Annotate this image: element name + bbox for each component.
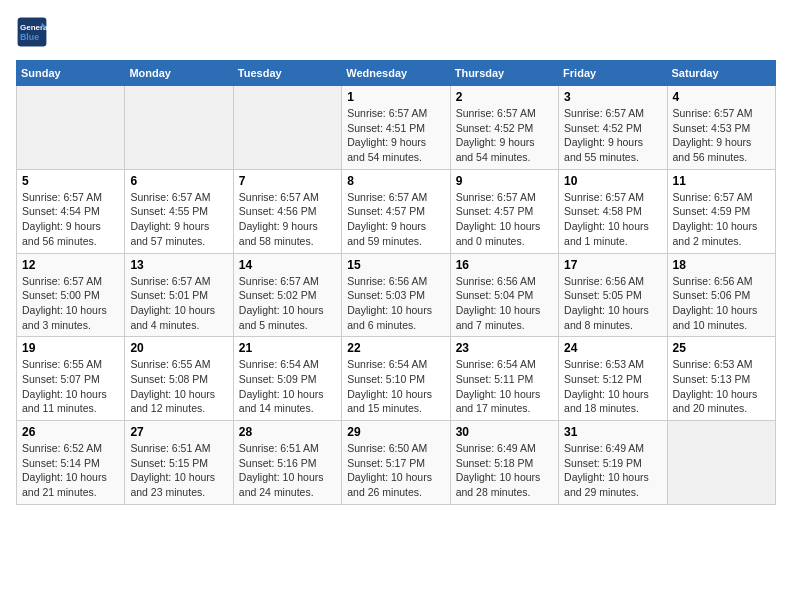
day-info: Sunrise: 6:51 AMSunset: 5:15 PMDaylight:…: [130, 441, 227, 500]
day-number: 24: [564, 341, 661, 355]
day-info: Sunrise: 6:54 AMSunset: 5:11 PMDaylight:…: [456, 357, 553, 416]
calendar-cell: 10Sunrise: 6:57 AMSunset: 4:58 PMDayligh…: [559, 169, 667, 253]
day-info: Sunrise: 6:56 AMSunset: 5:04 PMDaylight:…: [456, 274, 553, 333]
calendar-week-4: 19Sunrise: 6:55 AMSunset: 5:07 PMDayligh…: [17, 337, 776, 421]
day-number: 31: [564, 425, 661, 439]
day-info: Sunrise: 6:57 AMSunset: 4:59 PMDaylight:…: [673, 190, 770, 249]
calendar-cell: 6Sunrise: 6:57 AMSunset: 4:55 PMDaylight…: [125, 169, 233, 253]
day-info: Sunrise: 6:57 AMSunset: 4:58 PMDaylight:…: [564, 190, 661, 249]
calendar-cell: 9Sunrise: 6:57 AMSunset: 4:57 PMDaylight…: [450, 169, 558, 253]
day-info: Sunrise: 6:57 AMSunset: 4:53 PMDaylight:…: [673, 106, 770, 165]
day-number: 22: [347, 341, 444, 355]
calendar-cell: 19Sunrise: 6:55 AMSunset: 5:07 PMDayligh…: [17, 337, 125, 421]
calendar-cell: 12Sunrise: 6:57 AMSunset: 5:00 PMDayligh…: [17, 253, 125, 337]
day-info: Sunrise: 6:51 AMSunset: 5:16 PMDaylight:…: [239, 441, 336, 500]
day-number: 17: [564, 258, 661, 272]
calendar-cell: 14Sunrise: 6:57 AMSunset: 5:02 PMDayligh…: [233, 253, 341, 337]
calendar-cell: 7Sunrise: 6:57 AMSunset: 4:56 PMDaylight…: [233, 169, 341, 253]
day-info: Sunrise: 6:56 AMSunset: 5:03 PMDaylight:…: [347, 274, 444, 333]
calendar-cell: 11Sunrise: 6:57 AMSunset: 4:59 PMDayligh…: [667, 169, 775, 253]
calendar-cell: 1Sunrise: 6:57 AMSunset: 4:51 PMDaylight…: [342, 86, 450, 170]
day-info: Sunrise: 6:57 AMSunset: 4:57 PMDaylight:…: [347, 190, 444, 249]
calendar-cell: 30Sunrise: 6:49 AMSunset: 5:18 PMDayligh…: [450, 421, 558, 505]
weekday-header-saturday: Saturday: [667, 61, 775, 86]
weekday-header-monday: Monday: [125, 61, 233, 86]
day-info: Sunrise: 6:57 AMSunset: 5:01 PMDaylight:…: [130, 274, 227, 333]
day-info: Sunrise: 6:57 AMSunset: 4:55 PMDaylight:…: [130, 190, 227, 249]
calendar-cell: 15Sunrise: 6:56 AMSunset: 5:03 PMDayligh…: [342, 253, 450, 337]
day-info: Sunrise: 6:57 AMSunset: 4:52 PMDaylight:…: [456, 106, 553, 165]
day-info: Sunrise: 6:55 AMSunset: 5:07 PMDaylight:…: [22, 357, 119, 416]
calendar-week-2: 5Sunrise: 6:57 AMSunset: 4:54 PMDaylight…: [17, 169, 776, 253]
calendar-cell: 27Sunrise: 6:51 AMSunset: 5:15 PMDayligh…: [125, 421, 233, 505]
day-info: Sunrise: 6:57 AMSunset: 4:54 PMDaylight:…: [22, 190, 119, 249]
calendar-cell: 26Sunrise: 6:52 AMSunset: 5:14 PMDayligh…: [17, 421, 125, 505]
calendar-cell: 18Sunrise: 6:56 AMSunset: 5:06 PMDayligh…: [667, 253, 775, 337]
day-info: Sunrise: 6:53 AMSunset: 5:12 PMDaylight:…: [564, 357, 661, 416]
day-number: 6: [130, 174, 227, 188]
day-number: 15: [347, 258, 444, 272]
day-info: Sunrise: 6:56 AMSunset: 5:05 PMDaylight:…: [564, 274, 661, 333]
day-number: 2: [456, 90, 553, 104]
day-number: 13: [130, 258, 227, 272]
day-number: 11: [673, 174, 770, 188]
day-info: Sunrise: 6:57 AMSunset: 4:56 PMDaylight:…: [239, 190, 336, 249]
calendar-cell: 4Sunrise: 6:57 AMSunset: 4:53 PMDaylight…: [667, 86, 775, 170]
day-info: Sunrise: 6:49 AMSunset: 5:18 PMDaylight:…: [456, 441, 553, 500]
calendar-cell: 22Sunrise: 6:54 AMSunset: 5:10 PMDayligh…: [342, 337, 450, 421]
day-number: 27: [130, 425, 227, 439]
weekday-header-friday: Friday: [559, 61, 667, 86]
calendar-week-3: 12Sunrise: 6:57 AMSunset: 5:00 PMDayligh…: [17, 253, 776, 337]
logo: General Blue: [16, 16, 52, 48]
calendar-cell: 13Sunrise: 6:57 AMSunset: 5:01 PMDayligh…: [125, 253, 233, 337]
day-info: Sunrise: 6:54 AMSunset: 5:10 PMDaylight:…: [347, 357, 444, 416]
day-info: Sunrise: 6:57 AMSunset: 5:02 PMDaylight:…: [239, 274, 336, 333]
calendar-cell: 20Sunrise: 6:55 AMSunset: 5:08 PMDayligh…: [125, 337, 233, 421]
weekday-header-wednesday: Wednesday: [342, 61, 450, 86]
calendar-cell: [125, 86, 233, 170]
calendar-cell: 23Sunrise: 6:54 AMSunset: 5:11 PMDayligh…: [450, 337, 558, 421]
day-info: Sunrise: 6:54 AMSunset: 5:09 PMDaylight:…: [239, 357, 336, 416]
day-number: 9: [456, 174, 553, 188]
day-number: 26: [22, 425, 119, 439]
day-number: 10: [564, 174, 661, 188]
day-info: Sunrise: 6:52 AMSunset: 5:14 PMDaylight:…: [22, 441, 119, 500]
calendar-week-1: 1Sunrise: 6:57 AMSunset: 4:51 PMDaylight…: [17, 86, 776, 170]
calendar-cell: 8Sunrise: 6:57 AMSunset: 4:57 PMDaylight…: [342, 169, 450, 253]
day-info: Sunrise: 6:57 AMSunset: 5:00 PMDaylight:…: [22, 274, 119, 333]
day-info: Sunrise: 6:49 AMSunset: 5:19 PMDaylight:…: [564, 441, 661, 500]
calendar-week-5: 26Sunrise: 6:52 AMSunset: 5:14 PMDayligh…: [17, 421, 776, 505]
calendar-cell: 3Sunrise: 6:57 AMSunset: 4:52 PMDaylight…: [559, 86, 667, 170]
weekday-header-sunday: Sunday: [17, 61, 125, 86]
day-number: 14: [239, 258, 336, 272]
calendar-cell: 16Sunrise: 6:56 AMSunset: 5:04 PMDayligh…: [450, 253, 558, 337]
calendar-table: SundayMondayTuesdayWednesdayThursdayFrid…: [16, 60, 776, 505]
day-info: Sunrise: 6:57 AMSunset: 4:57 PMDaylight:…: [456, 190, 553, 249]
day-number: 18: [673, 258, 770, 272]
calendar-cell: [17, 86, 125, 170]
page-header: General Blue: [16, 16, 776, 48]
day-number: 23: [456, 341, 553, 355]
calendar-body: 1Sunrise: 6:57 AMSunset: 4:51 PMDaylight…: [17, 86, 776, 505]
calendar-cell: 29Sunrise: 6:50 AMSunset: 5:17 PMDayligh…: [342, 421, 450, 505]
svg-text:Blue: Blue: [20, 32, 39, 42]
day-number: 20: [130, 341, 227, 355]
day-number: 8: [347, 174, 444, 188]
day-number: 29: [347, 425, 444, 439]
day-number: 21: [239, 341, 336, 355]
day-info: Sunrise: 6:56 AMSunset: 5:06 PMDaylight:…: [673, 274, 770, 333]
day-number: 4: [673, 90, 770, 104]
calendar-cell: 5Sunrise: 6:57 AMSunset: 4:54 PMDaylight…: [17, 169, 125, 253]
calendar-cell: 31Sunrise: 6:49 AMSunset: 5:19 PMDayligh…: [559, 421, 667, 505]
calendar-cell: [667, 421, 775, 505]
day-info: Sunrise: 6:50 AMSunset: 5:17 PMDaylight:…: [347, 441, 444, 500]
calendar-cell: 25Sunrise: 6:53 AMSunset: 5:13 PMDayligh…: [667, 337, 775, 421]
day-info: Sunrise: 6:57 AMSunset: 4:51 PMDaylight:…: [347, 106, 444, 165]
day-number: 7: [239, 174, 336, 188]
calendar-cell: 17Sunrise: 6:56 AMSunset: 5:05 PMDayligh…: [559, 253, 667, 337]
calendar-cell: 28Sunrise: 6:51 AMSunset: 5:16 PMDayligh…: [233, 421, 341, 505]
logo-icon: General Blue: [16, 16, 48, 48]
calendar-cell: 21Sunrise: 6:54 AMSunset: 5:09 PMDayligh…: [233, 337, 341, 421]
day-number: 28: [239, 425, 336, 439]
day-info: Sunrise: 6:57 AMSunset: 4:52 PMDaylight:…: [564, 106, 661, 165]
